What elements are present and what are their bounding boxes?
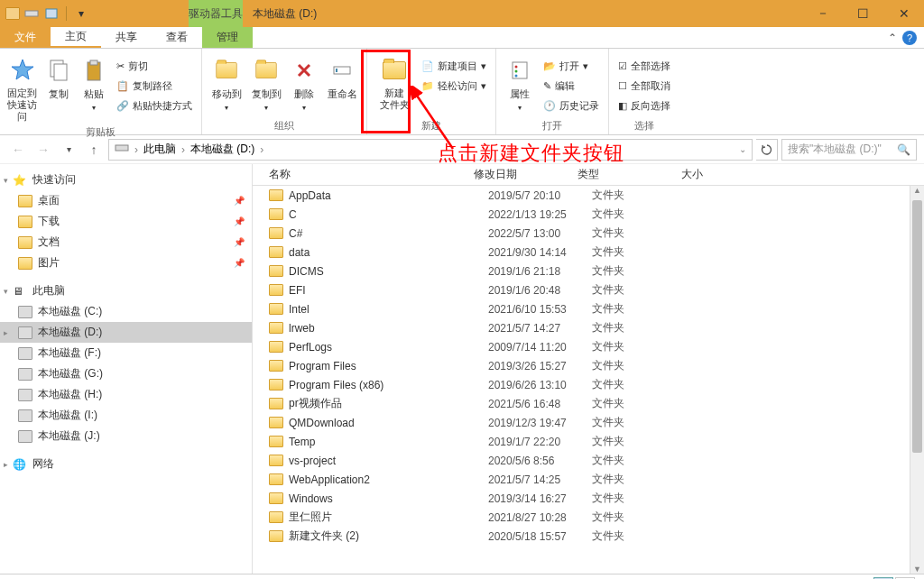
scroll-thumb[interactable] [912,200,922,453]
new-folder-button[interactable]: 新建 文件夹 [373,52,416,111]
breadcrumb-dropdown-icon[interactable]: ⌄ [739,144,746,154]
sidebar-item-drive[interactable]: 本地磁盘 (F:) [0,343,252,363]
table-row[interactable]: Intel2021/6/10 15:53文件夹 [253,299,924,318]
folder-icon [269,227,283,239]
copy-path-button[interactable]: 📋复制路径 [113,76,196,96]
table-row[interactable]: lrweb2021/5/7 14:27文件夹 [253,318,924,337]
svg-point-11 [515,70,518,73]
table-row[interactable]: Program Files (x86)2019/6/26 13:10文件夹 [253,375,924,394]
copy-to-button[interactable]: 复制到▾ [247,52,285,112]
table-row[interactable]: QMDownload2019/12/3 19:47文件夹 [253,413,924,432]
table-row[interactable]: DICMS2019/1/6 21:18文件夹 [253,262,924,280]
folder-icon [269,246,283,258]
table-row[interactable]: C#2022/5/7 13:00文件夹 [253,224,924,243]
nav-forward-button[interactable]: → [32,139,54,161]
ribbon-collapse-icon[interactable]: ⌃ [888,32,897,44]
vertical-scrollbar[interactable]: ▲ ▼ [910,186,924,574]
disk-icon [18,347,32,360]
tab-file[interactable]: 文件 [0,27,51,48]
column-header-size[interactable]: 大小 [681,167,753,182]
table-row[interactable]: Temp2019/1/7 22:20文件夹 [253,432,924,451]
path-icon: 📋 [116,80,129,92]
table-row[interactable]: Windows2019/3/14 16:27文件夹 [253,489,924,508]
minimize-button[interactable]: － [802,0,843,27]
table-row[interactable]: vs-project2020/5/6 8:56文件夹 [253,451,924,470]
sidebar-item-this-pc[interactable]: ▾ 🖥 此电脑 [0,280,252,301]
invert-icon: ◧ [618,100,627,112]
sidebar-item[interactable]: 桌面📌 [0,190,252,211]
table-row[interactable]: pr视频作品2021/5/6 16:48文件夹 [253,394,924,413]
sidebar-item-drive[interactable]: 本地磁盘 (J:) [0,426,252,446]
pin-to-quick-access-button[interactable]: 固定到 快速访问 [5,52,40,124]
svg-marker-2 [12,60,33,79]
easy-access-icon: 📁 [421,80,434,92]
delete-button[interactable]: 删除▾ [287,52,321,112]
refresh-button[interactable] [756,139,778,161]
qat-view-icon[interactable] [43,5,60,22]
qat-dropdown-icon[interactable]: ▾ [73,5,89,22]
paste-button[interactable]: 粘贴 ▾ [77,52,111,112]
column-header-name[interactable]: 名称 [253,167,474,182]
nav-dropdown-button[interactable]: ▾ [58,139,79,161]
edit-button[interactable]: ✎编辑 [540,76,603,96]
invert-selection-button[interactable]: ◧反向选择 [614,96,674,115]
column-header-date[interactable]: 修改日期 [474,167,578,182]
context-tab-drive-tools[interactable]: 驱动器工具 [189,0,243,27]
select-none-button[interactable]: ☐全部取消 [614,76,674,96]
properties-button[interactable]: 属性▾ [502,52,538,112]
sidebar: ▾ ⭐ 快速访问 桌面📌下载📌文档📌图片📌 ▾ 🖥 此电脑 本地磁盘 (C:)▸… [0,164,253,574]
tab-home[interactable]: 主页 [51,27,101,48]
breadcrumb[interactable]: › 此电脑 › 本地磁盘 (D:) › ⌄ [108,139,753,161]
search-input[interactable]: 搜索"本地磁盘 (D:)" 🔍 [781,139,917,161]
easy-access-button[interactable]: 📁轻松访问 ▾ [418,76,490,96]
svg-rect-8 [336,69,337,72]
table-row[interactable]: Program Files2019/3/26 15:27文件夹 [253,356,924,375]
sidebar-item-drive[interactable]: 本地磁盘 (H:) [0,384,252,405]
table-row[interactable]: 新建文件夹 (2)2020/5/18 15:57文件夹 [253,527,924,546]
sidebar-item-drive[interactable]: ▸本地磁盘 (D:) [0,322,252,343]
paste-shortcut-button[interactable]: 🔗粘贴快捷方式 [113,96,196,115]
qat-drive-icon[interactable] [23,5,40,22]
address-bar: ← → ▾ ↑ › 此电脑 › 本地磁盘 (D:) › ⌄ 搜索"本地磁盘 (D… [0,135,924,164]
table-row[interactable]: AppData2019/5/7 20:10文件夹 [253,186,924,205]
nav-back-button[interactable]: ← [7,139,29,161]
copy-button[interactable]: 复制 [42,52,76,101]
sidebar-item-drive[interactable]: 本地磁盘 (C:) [0,301,252,322]
table-row[interactable]: EFI2019/1/6 20:48文件夹 [253,280,924,299]
help-icon[interactable]: ? [902,31,917,45]
sidebar-item[interactable]: 图片📌 [0,253,252,273]
chevron-right-icon: › [181,143,185,156]
sidebar-item-quick-access[interactable]: ▾ ⭐ 快速访问 [0,170,252,190]
table-row[interactable]: data2021/9/30 14:14文件夹 [253,243,924,262]
open-button[interactable]: 📂打开 ▾ [540,56,603,76]
new-item-button[interactable]: 📄新建项目 ▾ [418,56,490,76]
nav-up-button[interactable]: ↑ [83,139,105,161]
group-label-open: 打开 [502,117,603,133]
tab-manage[interactable]: 管理 [202,27,253,48]
sidebar-item[interactable]: 文档📌 [0,232,252,253]
table-row[interactable]: PerfLogs2009/7/14 11:20文件夹 [253,337,924,356]
breadcrumb-this-pc[interactable]: 此电脑 [143,142,176,157]
history-button[interactable]: 🕐历史记录 [540,96,603,115]
history-icon: 🕐 [543,100,556,112]
table-row[interactable]: 里仁照片2021/8/27 10:28文件夹 [253,508,924,527]
table-row[interactable]: C2022/1/13 19:25文件夹 [253,205,924,224]
tab-view[interactable]: 查看 [152,27,202,48]
select-all-button[interactable]: ☑全部选择 [614,56,674,76]
window-title: 本地磁盘 (D:) [253,6,317,22]
file-list[interactable]: AppData2019/5/7 20:10文件夹C2022/1/13 19:25… [253,186,924,574]
rename-button[interactable]: 重命名 [323,52,361,101]
sidebar-item-drive[interactable]: 本地磁盘 (G:) [0,363,252,384]
maximize-button[interactable]: ☐ [843,0,883,27]
sidebar-item-drive[interactable]: 本地磁盘 (I:) [0,405,252,426]
folder-icon [269,511,283,523]
sidebar-item[interactable]: 下载📌 [0,211,252,232]
breadcrumb-drive[interactable]: 本地磁盘 (D:) [190,142,254,157]
table-row[interactable]: WebApplication22021/5/7 14:25文件夹 [253,470,924,489]
close-button[interactable]: ✕ [883,0,924,27]
column-header-type[interactable]: 类型 [578,167,681,182]
sidebar-item-network[interactable]: ▸ 🌐 网络 [0,454,252,474]
move-to-button[interactable]: 移动到▾ [208,52,245,112]
tab-share[interactable]: 共享 [101,27,152,48]
cut-button[interactable]: ✂剪切 [113,56,196,76]
